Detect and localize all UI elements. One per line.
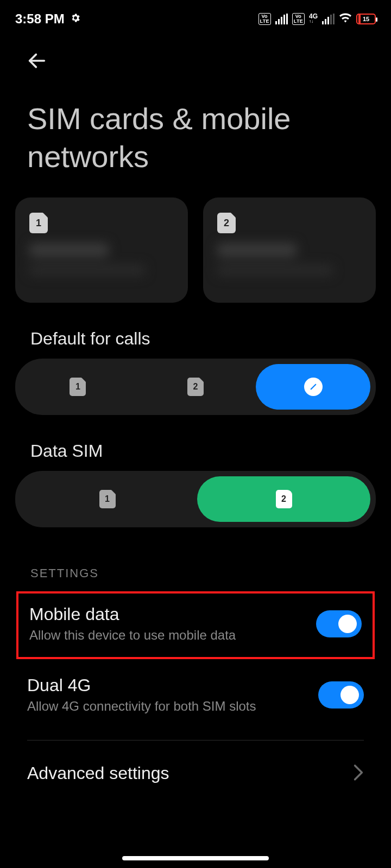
- signal-sim2-icon: [322, 14, 335, 24]
- sim-card-1[interactable]: 1: [15, 197, 188, 303]
- mobile-data-row[interactable]: Mobile data Allow this device to use mob…: [16, 591, 375, 659]
- dual-4g-title: Dual 4G: [27, 675, 256, 695]
- calls-option-sim2[interactable]: 2: [138, 364, 253, 410]
- dual-4g-subtitle: Allow 4G connectivity for both SIM slots: [27, 699, 256, 714]
- default-calls-label: Default for calls: [0, 303, 391, 359]
- status-bar: 3:58 PM VoLTE VoLTE 4G↑↓ 15: [0, 0, 391, 33]
- data-option-sim2[interactable]: 2: [197, 476, 370, 522]
- volte-sim2-icon: VoLTE: [292, 13, 305, 25]
- signal-sim1-icon: [275, 14, 288, 24]
- advanced-settings-title: Advanced settings: [27, 763, 169, 783]
- sim-icon: 2: [187, 378, 204, 396]
- sim1-redacted-details: [15, 243, 188, 303]
- home-indicator[interactable]: [122, 856, 269, 860]
- sim-icon: 1: [99, 490, 116, 508]
- page-title: SIM cards & mobile networks: [0, 84, 391, 197]
- wifi-icon: [339, 11, 352, 27]
- settings-section-header: SETTINGS: [0, 527, 391, 585]
- ask-icon: [304, 378, 323, 396]
- svg-line-1: [311, 385, 315, 389]
- gear-icon: [70, 11, 81, 27]
- advanced-settings-row[interactable]: Advanced settings: [0, 741, 391, 800]
- data-option-sim1[interactable]: 1: [21, 476, 194, 522]
- calls-option-ask[interactable]: [256, 364, 370, 410]
- dual-4g-row[interactable]: Dual 4G Allow 4G connectivity for both S…: [0, 661, 391, 730]
- volte-sim1-icon: VoLTE: [258, 13, 271, 25]
- mobile-data-subtitle: Allow this device to use mobile data: [29, 628, 236, 643]
- status-clock: 3:58 PM: [15, 11, 65, 27]
- mobile-data-toggle[interactable]: [316, 610, 362, 637]
- dual-4g-toggle[interactable]: [318, 681, 364, 709]
- calls-option-sim1[interactable]: 1: [21, 364, 135, 410]
- sim2-redacted-details: [203, 243, 376, 303]
- network-type-icon: 4G↑↓: [309, 14, 318, 24]
- back-button[interactable]: [25, 49, 49, 73]
- mobile-data-title: Mobile data: [29, 604, 236, 624]
- battery-icon: 15: [356, 14, 376, 24]
- data-sim-selector: 1 2: [15, 471, 376, 527]
- sim-icon: 1: [29, 213, 48, 233]
- sim-icon: 1: [70, 378, 86, 396]
- sim-card-2[interactable]: 2: [203, 197, 376, 303]
- chevron-right-icon: [353, 764, 364, 783]
- sim-icon: 2: [217, 213, 236, 233]
- data-sim-label: Data SIM: [0, 415, 391, 471]
- default-calls-selector: 1 2: [15, 359, 376, 415]
- sim-icon: 2: [276, 490, 292, 508]
